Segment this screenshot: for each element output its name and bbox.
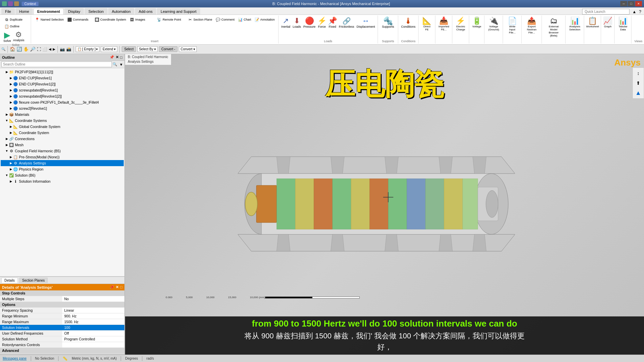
tabular-data-btn[interactable]: 📊 TabularData (617, 16, 629, 32)
tree-expand-analysis_settings[interactable]: ▶ (9, 161, 13, 165)
toolbar-icon-1[interactable]: 🔍 (1, 47, 5, 51)
select-button[interactable]: Select (122, 46, 136, 52)
outline-expand-icon[interactable]: □ (120, 55, 122, 59)
tab-section-planes[interactable]: Section Planes (19, 278, 48, 283)
tree-item-mesh[interactable]: ▶ 🔲 Mesh (1, 142, 124, 148)
images-btn[interactable]: 🖼 Images (128, 16, 155, 23)
voltage-btn[interactable]: 🔋 Voltage (471, 16, 482, 29)
viewport[interactable]: B: Coupled Field Harmonic Analysis Setti… (125, 54, 644, 355)
outline-search-input[interactable] (1, 61, 112, 67)
tree-item-endcup1[interactable]: ▶ 🔵 END CUP[Revolve1] (1, 75, 124, 81)
tree-expand-global_cs[interactable]: ▶ (9, 125, 13, 128)
outline-close-icon[interactable]: ✕ (116, 55, 119, 59)
pressure-btn[interactable]: 🔴 Pressure (303, 16, 316, 29)
tree-expand-mesh[interactable]: ▶ (5, 143, 9, 147)
direct-fe-btn[interactable]: 📐 Direct FE (421, 16, 433, 32)
tree-expand-coord[interactable]: ▼ (5, 119, 9, 122)
tree-expand-solution[interactable]: ▼ (5, 174, 9, 177)
export-nastran-btn[interactable]: 📤 ExportNastran File... (524, 16, 540, 35)
details-row-value[interactable]: Off (62, 331, 124, 336)
tab-selection[interactable]: Selection (85, 8, 107, 15)
toolbar-icon-prev[interactable]: ◀ (49, 47, 51, 51)
force-btn[interactable]: ⚡ Force (317, 16, 327, 29)
coord-system-btn[interactable]: 🔲 Coordinate System (93, 16, 128, 23)
tree-item-cs[interactable]: ▶ 📐 Coordinate System (1, 130, 124, 136)
fixed-btn[interactable]: 📌 Fixed (328, 16, 337, 29)
context-label[interactable]: Context (22, 2, 39, 6)
analysis-btn[interactable]: ⚙ Analysis (13, 30, 25, 43)
details-row-value[interactable]: Program Controlled (62, 336, 124, 342)
tree-expand-screw2r[interactable]: ▶ (9, 107, 13, 110)
comment-btn[interactable]: 💬 Comment (214, 16, 236, 23)
tab-display[interactable]: Display (64, 8, 84, 15)
details-row-value[interactable]: Linear (62, 308, 124, 313)
tree-item-materials[interactable]: ▶ 📦 Materials (1, 111, 124, 118)
supports-btn[interactable]: 🔩 Supports (380, 16, 396, 29)
tree-item-screw2[interactable]: ▶ 🔵 screwupdated[Revolve1[2]] (1, 93, 124, 99)
tree-expand-materials[interactable]: ▶ (5, 113, 9, 116)
details-row-value[interactable]: 900. Hz (62, 313, 124, 319)
tree-expand-pk2[interactable]: ▶ (5, 70, 9, 74)
convert-dropdown[interactable]: Convert ▾ (179, 46, 197, 52)
tree-item-prestress[interactable]: ▶ 📋 Pre-Stress(Modal (None)) (1, 154, 124, 160)
graph-btn[interactable]: 📈 Graph (603, 16, 612, 29)
section-plane-btn[interactable]: ✂ Section Plane (186, 16, 214, 23)
tree-expand-endcup1[interactable]: ▶ (9, 76, 13, 80)
commands-btn[interactable]: ⬛ Commands (66, 16, 93, 23)
toolbar-icon-rotate[interactable]: 🔄 (17, 47, 22, 52)
tree-expand-flex[interactable]: ▶ (9, 101, 13, 104)
tree-item-global_cs[interactable]: ▶ 📐 Global Coordinate System (1, 124, 124, 130)
voltage-ground-btn[interactable]: 🔌 Voltage(Ground) (486, 16, 501, 32)
tree-expand-sol_info[interactable]: ▶ (9, 180, 13, 183)
toolbar-icon-fit[interactable]: ⛶ (37, 47, 41, 52)
outline-btn[interactable]: 📋 Outline (3, 23, 21, 30)
loads-btn[interactable]: ⬇ Loads (292, 16, 302, 29)
ext-model-btn[interactable]: 🗂 External ModelBrowser (Beta) (544, 16, 563, 38)
convert-button[interactable]: Convert - (159, 46, 177, 52)
ribbon-collapse-icon[interactable]: ▲ (632, 9, 636, 14)
toolbar-icon-pan[interactable]: ✋ (23, 47, 29, 52)
tab-home[interactable]: Home (16, 8, 33, 15)
clipboard-dropdown[interactable]: 📋 [ Empty ] ▾ (76, 46, 99, 52)
electric-charge-btn[interactable]: ⚡ ElectricCharge (454, 16, 467, 32)
minimize-button[interactable]: ─ (620, 1, 627, 6)
tree-expand-connections[interactable]: ▶ (5, 137, 9, 140)
tree-expand-cs[interactable]: ▶ (9, 131, 13, 134)
ribbon-help-icon[interactable]: ? (639, 9, 641, 14)
extend-dropdown[interactable]: Extend ▾ (101, 46, 117, 52)
tab-file[interactable]: File (1, 8, 15, 15)
inertial-btn[interactable]: ↗ Inertial (281, 16, 291, 29)
messages-pane-label[interactable]: Messages pane (3, 357, 27, 360)
tree-expand-physics[interactable]: ▶ (9, 167, 13, 171)
analyses-btn[interactable]: 📊 AnalysesSelection (568, 16, 582, 32)
outline-filter-icon[interactable]: ▼ (119, 62, 123, 67)
vt-blue-arrow[interactable]: ▲ (634, 88, 643, 98)
details-row-value[interactable] (62, 342, 124, 348)
toolbar-icon-next[interactable]: ▶ (53, 47, 55, 51)
select-by-dropdown[interactable]: Select By ▾ (137, 46, 158, 52)
write-input-btn[interactable]: 📄 Write InputFile... (505, 16, 519, 35)
details-pin-icon[interactable]: 📌 (110, 285, 114, 289)
tree-item-physics[interactable]: ▶ 🌐 Physics Region (1, 166, 124, 172)
frictionless-btn[interactable]: 🔗 Frictionless (338, 16, 355, 29)
tree-expand-prestress[interactable]: ▶ (9, 155, 13, 159)
restore-button[interactable]: □ (628, 1, 635, 6)
tree-item-sol_info[interactable]: ▶ ℹ Solution Information (1, 178, 124, 184)
tab-automation[interactable]: Automation (108, 8, 135, 15)
tree-expand-coupled[interactable]: ▼ (5, 149, 9, 153)
vt-icon-2[interactable]: ⬆ (634, 78, 643, 88)
details-row-value[interactable]: No (62, 296, 124, 302)
solve-duplicate-btn[interactable]: ⧉ Duplicate (3, 16, 24, 23)
imported-fe-btn[interactable]: 📥 ImportedFE... (437, 16, 450, 32)
close-button[interactable]: ✕ (635, 1, 642, 6)
tree-item-endcup2[interactable]: ▶ 🔵 END CUP[Revolve1[2]] (1, 81, 124, 87)
tab-details[interactable]: Details (1, 278, 18, 283)
outline-search-icon[interactable]: 🔍 (113, 62, 117, 67)
outline-pin-icon[interactable]: 📌 (110, 55, 114, 59)
tree-item-screw2r[interactable]: ▶ 🔵 screw2[Revolve1] (1, 105, 124, 111)
annotation-btn[interactable]: 📝 Annotation (253, 16, 276, 23)
named-selection-btn[interactable]: 📍 Named Selection (33, 16, 65, 23)
tree-item-solution[interactable]: ▼ ✅ Solution (B6) (1, 172, 124, 178)
solve-btn[interactable]: ▶ Solve (3, 30, 12, 43)
toolbar-icon-screenshot[interactable]: 📸 (66, 47, 71, 52)
